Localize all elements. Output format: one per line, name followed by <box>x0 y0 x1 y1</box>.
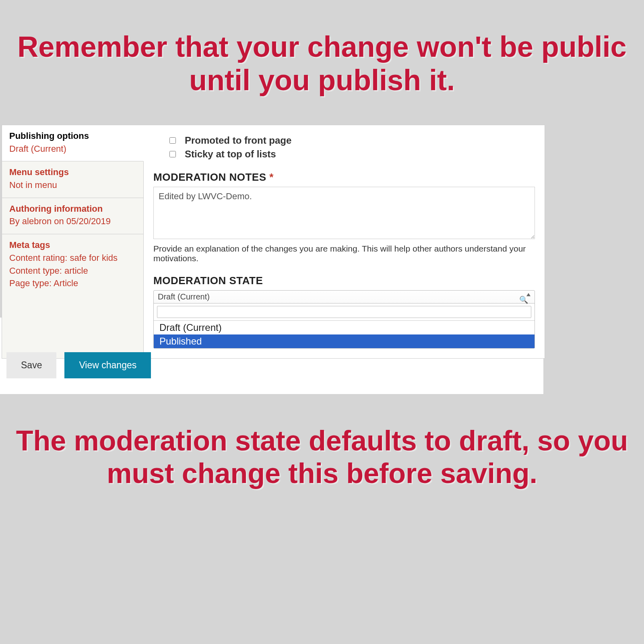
promoted-label: Promoted to front page <box>185 135 291 146</box>
chevron-up-icon <box>526 293 530 296</box>
publishing-options-panel: Publishing options Draft (Current) Menu … <box>2 125 545 359</box>
combobox-options: Draft (Current) Published <box>154 321 535 348</box>
instruction-banner-bottom: The moderation state defaults to draft, … <box>0 425 644 489</box>
tab-title: Authoring information <box>9 203 136 215</box>
tab-title: Meta tags <box>9 239 136 251</box>
tab-subtitle: Not in menu <box>9 179 136 191</box>
combobox-search-row: 🔍 <box>154 303 535 321</box>
promoted-checkbox[interactable] <box>169 137 176 144</box>
tab-title: Publishing options <box>9 130 136 142</box>
tab-title: Menu settings <box>9 166 136 178</box>
combobox-option-draft[interactable]: Draft (Current) <box>154 321 535 334</box>
instruction-banner-top: Remember that your change won't be publi… <box>0 30 644 97</box>
form-actions: Save View changes <box>6 352 151 378</box>
required-asterisk: * <box>269 171 274 183</box>
tab-subtitle: By alebron on 05/20/2019 <box>9 215 136 227</box>
combobox-value-text: Draft (Current) <box>158 292 210 301</box>
tab-subtitle: Content rating: safe for kids <box>9 252 136 264</box>
tab-authoring-information[interactable]: Authoring information By alebron on 05/2… <box>2 198 143 234</box>
combobox-current-value[interactable]: Draft (Current) <box>154 291 535 303</box>
sticky-at-top-row[interactable]: Sticky at top of lists <box>169 149 535 160</box>
moderation-notes-help: Provide an explanation of the changes yo… <box>153 244 535 263</box>
sticky-label: Sticky at top of lists <box>185 149 276 160</box>
moderation-notes-field[interactable] <box>153 187 535 239</box>
vertical-tabs: Publishing options Draft (Current) Menu … <box>2 125 144 358</box>
sticky-checkbox[interactable] <box>169 151 176 157</box>
tab-subtitle: Draft (Current) <box>9 143 136 155</box>
tab-menu-settings[interactable]: Menu settings Not in menu <box>2 161 143 198</box>
publishing-options-pane: Promoted to front page Sticky at top of … <box>144 125 545 358</box>
combobox-option-published[interactable]: Published <box>154 334 535 348</box>
tab-subtitle: Page type: Article <box>9 277 136 289</box>
moderation-state-combobox[interactable]: Draft (Current) 🔍 Draft (Current) Publis… <box>153 290 535 349</box>
moderation-notes-label: MODERATION NOTES * <box>153 171 535 184</box>
tab-meta-tags[interactable]: Meta tags Content rating: safe for kids … <box>2 234 143 296</box>
label-text: MODERATION NOTES <box>153 171 266 183</box>
promoted-to-front-page-row[interactable]: Promoted to front page <box>169 135 535 146</box>
moderation-state-label: MODERATION STATE <box>153 275 535 287</box>
save-button[interactable]: Save <box>6 352 56 378</box>
tab-subtitle: Content type: article <box>9 265 136 277</box>
tab-publishing-options[interactable]: Publishing options Draft (Current) <box>2 125 144 161</box>
view-changes-button[interactable]: View changes <box>64 352 151 378</box>
combobox-search-input[interactable] <box>157 306 531 318</box>
